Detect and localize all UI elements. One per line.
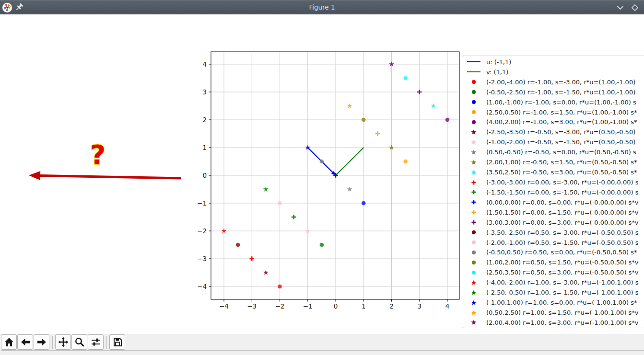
scatter-marker (375, 131, 380, 136)
legend-entry: (-1.00,-2.00) r=-0.50, s=-1.50, r*u=(0.5… (466, 137, 644, 147)
legend-entry-label: (-4.00,-2.00) r=1.00, s=-3.00, r*u=(-1.0… (486, 279, 638, 286)
legend-entry-label: (-3.00,-3.00) r=0.00, s=-3.00, r*u=(-0.0… (486, 179, 638, 186)
forward-button[interactable] (34, 334, 49, 350)
svg-text:4: 4 (202, 60, 207, 68)
legend-marker (466, 208, 482, 216)
legend-entry: (0.50,2.50) r=1.00, s=1.50, r*u=(-1.00,1… (466, 308, 644, 318)
legend-entry: (-0.50,-2.50) r=-1.00, s=-1.50, r*u=(1.0… (466, 87, 644, 97)
toolbar-separator (52, 336, 53, 349)
save-icon (112, 337, 123, 347)
titlebar[interactable]: Figure 1 (0, 0, 644, 14)
svg-text:−1: −1 (303, 302, 313, 310)
legend-entry: (3.50,2.50) r=-0.50, s=3.00, r*u=(0.50,-… (466, 167, 644, 177)
scatter-marker (445, 118, 450, 122)
question-mark-annotation: ? (90, 139, 105, 170)
legend-entry: (1.50,1.50) r=0.00, s=1.50, r*u=(-0.00,0… (466, 207, 644, 218)
scatter-marker (431, 103, 436, 108)
save-button[interactable] (109, 334, 125, 350)
zoom-button[interactable] (71, 334, 87, 350)
legend-entry-label: (0.50,-0.50) r=-0.50, s=0.00, r*u=(0.50,… (486, 149, 636, 156)
legend-entry-label: (-2.50,-0.50) r=1.00, s=-1.50, r*u=(-1.0… (486, 289, 638, 296)
legend-marker (466, 169, 482, 176)
figure-canvas[interactable]: −4−3−2−101234−4−3−2−101234? u: (-1,1)v: … (0, 14, 644, 334)
legend-entry: (2.50,3.50) r=0.50, s=3.00, r*u=(-0.50,0… (466, 267, 644, 277)
subplots-button[interactable] (88, 334, 104, 350)
legend-entry: (2.50,0.50) r=-1.00, s=1.50, r*u=(1.00,-… (466, 107, 644, 117)
scatter-marker (278, 285, 282, 289)
legend-entry: (2.00,4.00) r=1.00, s=3.00, r*u=(-1.00,1… (466, 318, 644, 328)
scatter-marker (362, 201, 366, 206)
pan-button[interactable] (55, 334, 71, 350)
legend-entry: (2.00,1.00) r=-0.50, s=1.50, r*u=(0.50,-… (466, 157, 644, 167)
navigation-toolbar (0, 334, 644, 355)
legend-entry-label: (-2.50,-3.50) r=-0.50, s=-3.00, r*u=(0.5… (486, 128, 635, 136)
scatter-marker (263, 186, 269, 191)
zoom-icon (74, 337, 85, 347)
svg-text:1: 1 (362, 302, 366, 310)
legend-entry-label: (1.50,1.50) r=0.00, s=1.50, r*u=(-0.00,0… (486, 209, 639, 216)
legend-line-sample (466, 68, 482, 76)
home-button[interactable] (1, 334, 17, 350)
svg-text:−4: −4 (197, 283, 207, 290)
legend-entry-label: (-1.50,-1.50) r=0.00, s=-1.50, r*u=(-0.0… (486, 189, 638, 196)
shade-window-icon[interactable] (617, 6, 624, 10)
legend-entry-label: (4.00,2.00) r=-1.00, s=3.00, r*u=(1.00,-… (486, 118, 637, 126)
forward-icon (36, 337, 47, 347)
legend-marker (466, 319, 482, 326)
legend-marker (466, 179, 482, 186)
legend-marker (466, 118, 482, 126)
legend-marker (466, 128, 482, 136)
scatter-marker (320, 160, 324, 164)
legend-entry-label: (-2.00,-4.00) r=-1.00, s=-3.00, r*u=(1.0… (486, 79, 635, 86)
legend-entry: (-2.00,-1.00) r=0.50, s=-1.50, r*u=(-0.5… (466, 238, 644, 248)
legend-entry: (1.00,-1.00) r=-1.00, s=0.00, r*u=(1.00,… (466, 97, 644, 107)
legend-entry-label: (1.00,2.00) r=0.50, s=1.50, r*u=(-0.50,0… (486, 259, 639, 266)
maximize-icon[interactable] (631, 3, 639, 12)
legend-marker (466, 159, 482, 166)
legend-marker (466, 98, 482, 106)
legend-marker (466, 218, 482, 226)
annotation-arrow (29, 171, 181, 180)
svg-text:−2: −2 (197, 227, 207, 235)
svg-text:0: 0 (202, 172, 207, 179)
legend-entry-label: (3.00,3.00) r=0.00, s=3.00, r*u=(-0.00,0… (486, 219, 639, 226)
legend-entry-label: (-3.50,-2.50) r=0.50, s=-3.00, r*u=(-0.5… (486, 229, 638, 236)
legend-entry-label: (2.00,1.00) r=-0.50, s=1.50, r*u=(0.50,-… (486, 159, 637, 166)
legend-entry: u: (-1,1) (466, 57, 644, 67)
scatter-marker (278, 201, 282, 206)
scatter-marker (292, 215, 296, 219)
vector-v-line (336, 148, 363, 175)
legend-marker (466, 239, 482, 246)
scatter-marker (362, 118, 366, 122)
legend-entry-label: (-0.50,-2.50) r=-1.00, s=-1.50, r*u=(1.0… (486, 89, 635, 96)
svg-text:−4: −4 (219, 302, 229, 310)
legend-entry-label: (0.00,0.00) r=0.00, s=0.00, r*u=(-0.00,0… (486, 199, 639, 206)
legend-entry: (-3.00,-3.00) r=0.00, s=-3.00, r*u=(-0.0… (466, 177, 644, 187)
home-icon (4, 337, 14, 347)
legend-entry: (-2.00,-4.00) r=-1.00, s=-3.00, r*u=(1.0… (466, 77, 644, 87)
scatter-marker (403, 160, 408, 164)
legend-entry: (-4.00,-2.00) r=1.00, s=-3.00, r*u=(-1.0… (466, 277, 644, 287)
svg-text:0: 0 (334, 302, 338, 310)
scatter-points (221, 61, 449, 288)
scatter-marker (236, 243, 240, 247)
scatter-marker (263, 270, 269, 275)
pan-icon (58, 337, 69, 347)
legend-entry: (-3.50,-2.50) r=0.50, s=-3.00, r*u=(-0.5… (466, 228, 644, 238)
legend-entry-label: u: (-1,1) (486, 58, 511, 66)
legend-entry: (1.00,2.00) r=0.50, s=1.50, r*u=(-0.50,0… (466, 257, 644, 267)
back-button[interactable] (17, 334, 33, 350)
svg-text:−1: −1 (197, 199, 207, 207)
legend-entry: (4.00,2.00) r=-1.00, s=3.00, r*u=(1.00,-… (466, 117, 644, 127)
svg-text:4: 4 (445, 302, 450, 310)
legend-entry-label: (2.00,4.00) r=1.00, s=3.00, r*u=(-1.00,1… (486, 319, 639, 326)
legend-marker (466, 138, 482, 146)
subplots-icon (91, 337, 101, 347)
svg-text:−2: −2 (275, 302, 285, 310)
legend-marker (466, 88, 482, 96)
legend-entry: (-1.50,-1.50) r=0.00, s=-1.50, r*u=(-0.0… (466, 187, 644, 197)
legend-marker (466, 269, 482, 276)
legend-entry: v: (1,1) (466, 67, 644, 77)
legend-entry-label: (-2.00,-1.00) r=0.50, s=-1.50, r*u=(-0.5… (486, 239, 638, 246)
legend-entry: (0.50,-0.50) r=-0.50, s=0.00, r*u=(0.50,… (466, 147, 644, 157)
